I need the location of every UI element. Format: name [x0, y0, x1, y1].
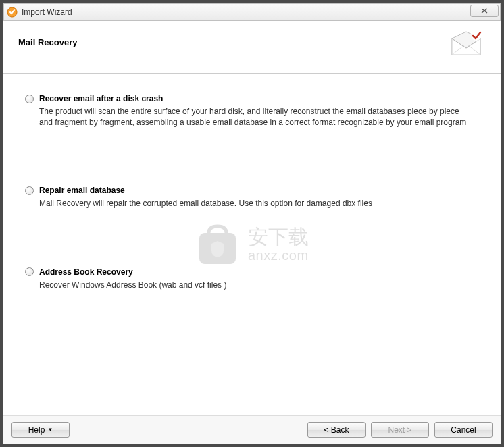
back-button[interactable]: < Back	[307, 422, 366, 438]
page-title: Mail Recovery	[18, 37, 77, 47]
option-repair-db: Repair email database Mail Recovery will…	[25, 186, 479, 209]
close-button[interactable]	[470, 5, 499, 17]
watermark-bag-icon	[195, 224, 240, 265]
window-title: Import Wizard	[22, 7, 72, 17]
chevron-down-icon: ▼	[47, 427, 53, 433]
help-button[interactable]: Help ▼	[11, 422, 70, 438]
content-panel: 安下载 anxz.com Recover email after a disk …	[3, 74, 501, 415]
option-description: Mail Recovery will repair the corrupted …	[39, 198, 472, 209]
option-description: The product will scan the entire surface…	[39, 106, 472, 128]
app-icon	[7, 7, 18, 18]
mail-recovery-icon	[449, 30, 483, 59]
next-button[interactable]: Next >	[371, 422, 429, 438]
title-bar: Import Wizard	[3, 3, 501, 21]
header-panel: Mail Recovery	[3, 21, 501, 74]
watermark: 安下载 anxz.com	[195, 224, 309, 265]
wizard-body: Mail Recovery	[3, 21, 501, 444]
svg-rect-4	[199, 233, 236, 264]
watermark-text-url: anxz.com	[248, 248, 309, 262]
button-bar: Help ▼ < Back Next > Cancel	[3, 415, 501, 444]
cancel-button[interactable]: Cancel	[434, 422, 493, 438]
option-description: Recover Windows Address Book (wab and vc…	[39, 280, 472, 290]
watermark-text-cn: 安下载	[248, 227, 309, 247]
option-address-book: Address Book Recovery Recover Windows Ad…	[25, 267, 479, 290]
option-recover-crash: Recover email after a disk crash The pro…	[25, 94, 479, 128]
option-label: Recover email after a disk crash	[39, 94, 163, 103]
help-button-label: Help	[28, 425, 45, 435]
option-label: Repair email database	[39, 186, 125, 195]
radio-recover-crash[interactable]	[25, 95, 34, 103]
radio-repair-db[interactable]	[25, 186, 34, 195]
option-label: Address Book Recovery	[39, 267, 133, 277]
radio-address-book[interactable]	[25, 267, 34, 276]
window-frame: Import Wizard Mail Recovery	[3, 3, 501, 444]
